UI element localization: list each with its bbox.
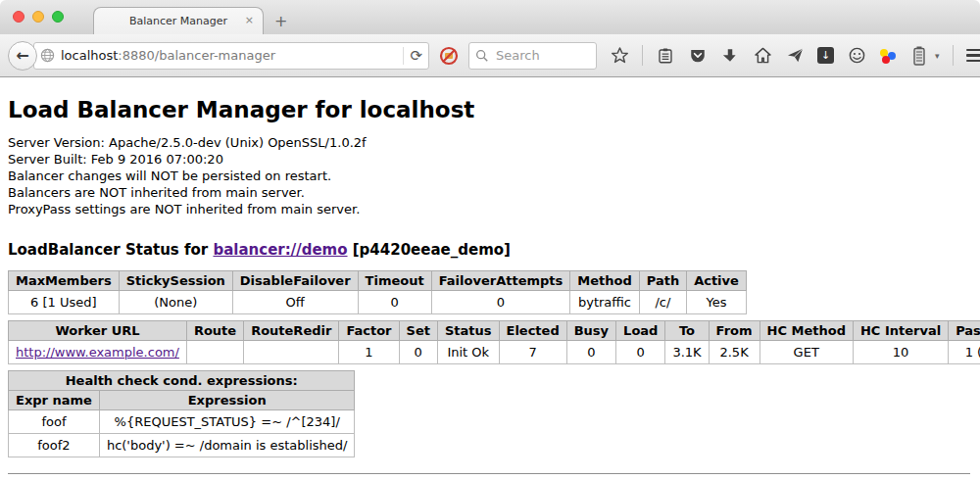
toolbar-icons: ↓ ▾ — [610, 45, 980, 66]
new-tab-button[interactable]: + — [274, 12, 287, 30]
back-button[interactable]: ← — [8, 41, 37, 71]
cell-path: /c/ — [639, 291, 686, 314]
cell-factor: 1 — [339, 341, 399, 364]
cell-to: 3.1K — [665, 341, 709, 364]
bottom-divider — [8, 473, 970, 475]
col-disablefailover: DisableFailover — [232, 271, 358, 291]
balancer-demo-link[interactable]: balancer://demo — [213, 241, 347, 259]
balancer-status-heading: LoadBalancer Status for balancer://demo … — [8, 241, 970, 259]
worker-url-link[interactable]: http://www.example.com/ — [16, 345, 179, 360]
server-info: Server Version: Apache/2.5.0-dev (Unix) … — [8, 134, 970, 217]
table-header-row: MaxMembers StickySession DisableFailover… — [9, 271, 747, 291]
downloads-icon[interactable] — [720, 46, 740, 66]
window-minimize-button[interactable] — [32, 11, 44, 23]
cell-expression: hc('body') =~ /domain is established/ — [99, 434, 355, 457]
proxypass-note-line: ProxyPass settings are NOT inherited fro… — [8, 201, 970, 217]
tab-balancer-manager[interactable]: Balancer Manager × — [93, 7, 264, 34]
cell-timeout: 0 — [358, 291, 431, 314]
col-busy: Busy — [566, 321, 615, 341]
cell-passes: 1 (0) — [949, 341, 980, 364]
col-factor: Factor — [339, 321, 399, 341]
bookmark-star-icon[interactable] — [610, 46, 629, 66]
globe-icon[interactable] — [40, 48, 55, 63]
cell-expr-name: foof — [9, 410, 100, 434]
search-bar[interactable] — [468, 42, 597, 70]
col-from: From — [709, 321, 760, 341]
page-content: Load Balancer Manager for localhost Serv… — [0, 77, 980, 475]
emoji-ext-icon[interactable] — [847, 46, 866, 66]
balancers-note-line: Balancers are NOT inherited from main se… — [8, 184, 970, 201]
back-arrow-icon: ← — [16, 46, 28, 65]
pocket-icon[interactable] — [688, 46, 708, 66]
cell-routeredir — [244, 341, 339, 364]
search-icon — [475, 49, 489, 63]
col-method: Method — [570, 271, 639, 291]
col-routeredir: RouteRedir — [244, 321, 339, 341]
table-row: 6 [1 Used] (None) Off 0 0 bytraffic /c/ … — [9, 291, 747, 314]
col-path: Path — [639, 271, 686, 291]
health-check-table: Health check cond. expressions: Expr nam… — [8, 370, 355, 457]
col-worker-url: Worker URL — [9, 321, 187, 341]
hc-table-title: Health check cond. expressions: — [9, 371, 355, 391]
persist-note-line: Balancer changes will NOT be persisted o… — [8, 168, 970, 184]
search-input[interactable] — [494, 47, 586, 64]
send-tab-icon[interactable] — [785, 46, 805, 66]
col-passes: Passes — [949, 321, 980, 341]
col-failoverattempts: FailoverAttempts — [431, 271, 570, 291]
cell-load: 0 — [616, 341, 665, 364]
col-timeout: Timeout — [358, 271, 431, 291]
toolbar-right-group — [953, 45, 980, 66]
url-domain: localhost — [61, 48, 118, 63]
worker-row: http://www.example.com/ 1 0 Init Ok 7 0 … — [9, 341, 980, 364]
video-downloadhelper-icon[interactable] — [879, 47, 897, 65]
download-box-ext-icon[interactable]: ↓ — [817, 47, 834, 64]
col-load: Load — [616, 321, 665, 341]
content-blocked-icon[interactable] — [439, 46, 459, 66]
col-route: Route — [186, 321, 243, 341]
url-bar[interactable]: localhost:8880/balancer-manager ⟳ — [33, 42, 429, 70]
cell-elected: 7 — [499, 341, 566, 364]
col-hc-method: HC Method — [760, 321, 853, 341]
server-built-line: Server Built: Feb 9 2016 07:00:20 — [8, 151, 970, 168]
cell-disablefailover: Off — [232, 291, 358, 314]
battery-ext-icon[interactable] — [909, 46, 929, 66]
table-header-row: Expr name Expression — [9, 391, 355, 410]
worker-status-table: Worker URL Route RouteRedir Factor Set S… — [8, 320, 980, 364]
hc-row: foof2 hc('body') =~ /domain is establish… — [9, 434, 355, 457]
col-expr-name: Expr name — [9, 391, 100, 410]
cell-expression: %{REQUEST_STATUS} =~ /^[234]/ — [99, 410, 355, 434]
window-zoom-button[interactable] — [52, 11, 64, 23]
urlbar-divider — [403, 47, 404, 65]
cell-active: Yes — [687, 291, 747, 314]
cell-busy: 0 — [566, 341, 615, 364]
cell-stickysession: (None) — [119, 291, 232, 314]
reading-list-icon[interactable] — [656, 46, 675, 66]
col-stickysession: StickySession — [119, 271, 232, 291]
navigation-toolbar: ← localhost:8880/balancer-manager ⟳ — [0, 34, 980, 77]
url-path: :8880/balancer-manager — [118, 48, 275, 63]
cell-from: 2.5K — [709, 341, 760, 364]
col-active: Active — [687, 271, 747, 291]
cell-hc-method: GET — [760, 341, 853, 364]
table-title-row: Health check cond. expressions: — [9, 371, 355, 391]
col-expression: Expression — [99, 391, 355, 410]
cell-set: 0 — [399, 341, 437, 364]
col-maxmembers: MaxMembers — [9, 271, 120, 291]
menu-icon[interactable] — [966, 49, 980, 63]
cell-method: bytraffic — [570, 291, 639, 314]
cell-hc-interval: 10 — [853, 341, 948, 364]
col-status: Status — [437, 321, 499, 341]
server-version-line: Server Version: Apache/2.5.0-dev (Unix) … — [8, 134, 970, 151]
chevron-down-icon[interactable]: ▾ — [935, 51, 940, 61]
hc-row: foof %{REQUEST_STATUS} =~ /^[234]/ — [9, 410, 355, 434]
reload-icon[interactable]: ⟳ — [410, 48, 422, 64]
tab-title: Balancer Manager — [129, 15, 227, 27]
cell-expr-name: foof2 — [9, 434, 100, 457]
url-input[interactable]: localhost:8880/balancer-manager — [61, 48, 397, 63]
heading-suffix: [p4420eeae_demo] — [348, 241, 511, 259]
col-set: Set — [399, 321, 437, 341]
cell-route — [186, 341, 243, 364]
home-icon[interactable] — [753, 46, 772, 66]
window-close-button[interactable] — [13, 11, 24, 23]
tab-close-icon[interactable]: × — [245, 15, 254, 26]
